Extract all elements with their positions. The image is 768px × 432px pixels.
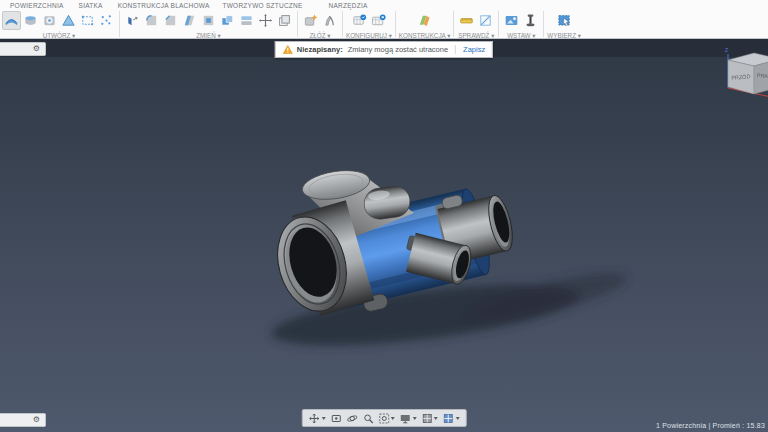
section-analysis-button[interactable] xyxy=(476,11,495,30)
look-at-icon xyxy=(330,413,341,424)
unsaved-warning-bar: Niezapisany: Zmiany mogą zostać utracone… xyxy=(275,41,493,58)
cad-application-window: POWIERZCHNIA SIATKA KONSTRUKCJA BLACHOWA… xyxy=(0,0,768,432)
mesh-triangle-button[interactable] xyxy=(59,11,78,30)
group-label-konfiguruj[interactable]: KONFIGURUJ ▾ xyxy=(346,32,392,39)
tab-powierzchnia[interactable]: POWIERZCHNIA xyxy=(10,2,64,9)
tab-narzedzia[interactable]: NARZĘDZIA xyxy=(329,2,368,9)
group-label-wstaw[interactable]: WSTAW ▾ xyxy=(507,32,535,39)
offset-face-button[interactable] xyxy=(199,11,218,30)
warning-divider xyxy=(455,45,456,54)
press-pull-icon xyxy=(125,13,140,28)
surface-revolve-icon xyxy=(42,13,57,28)
display-settings-icon xyxy=(400,413,411,424)
timeline-panel-toggle[interactable]: ⚙ xyxy=(0,413,46,427)
pan-button[interactable] xyxy=(307,411,328,425)
configure-button[interactable] xyxy=(350,11,369,30)
draft-icon xyxy=(182,13,197,28)
viewports-button[interactable] xyxy=(441,411,462,425)
pattern-icon xyxy=(277,13,292,28)
mesh-points-icon xyxy=(99,13,114,28)
group-label-utworz[interactable]: UTWÓRZ ▾ xyxy=(43,32,76,39)
zoom-icon xyxy=(362,413,373,424)
fillet-button[interactable] xyxy=(142,11,161,30)
surface-revolve-button[interactable] xyxy=(40,11,59,30)
fillet-icon xyxy=(144,13,159,28)
tab-konstrukcja-blachowa[interactable]: KONSTRUKCJA BLACHOWA xyxy=(118,2,210,9)
grid-snaps-icon xyxy=(421,413,432,424)
insert-image-button[interactable] xyxy=(502,11,521,30)
draft-button[interactable] xyxy=(180,11,199,30)
fit-button[interactable] xyxy=(376,411,397,425)
chevron-down-icon xyxy=(321,417,325,420)
viewport-3d[interactable]: ⚙ Niezapisany: Zmiany mogą zostać utraco… xyxy=(0,38,768,432)
grid-snaps-button[interactable] xyxy=(419,411,440,425)
mesh-triangle-icon xyxy=(61,13,76,28)
ribbon-divider xyxy=(498,11,499,37)
construction-plane-button[interactable] xyxy=(415,11,434,30)
ribbon-tab-row: POWIERZCHNIA SIATKA KONSTRUKCJA BLACHOWA… xyxy=(0,0,768,10)
pattern-button[interactable] xyxy=(275,11,294,30)
ribbon-group-sprawdz: SPRAWDŹ ▾ xyxy=(457,10,495,39)
select-button[interactable] xyxy=(555,11,574,30)
viewcube[interactable]: Z X PRZÓD PRAWO xyxy=(724,46,768,110)
chamfer-button[interactable] xyxy=(161,11,180,30)
ribbon-group-konfiguruj: KONFIGURUJ ▾ xyxy=(346,10,392,39)
model-pipe-fitting[interactable] xyxy=(0,38,768,432)
construction-plane-icon xyxy=(417,13,432,28)
measure-icon xyxy=(459,13,474,28)
chevron-down-icon xyxy=(391,417,395,420)
mesh-points-button[interactable] xyxy=(97,11,116,30)
tab-siatka[interactable]: SIATKA xyxy=(79,2,103,9)
warning-icon xyxy=(283,45,293,54)
group-label-wybierz[interactable]: WYBIERZ ▾ xyxy=(547,32,581,39)
pan-icon xyxy=(309,413,320,424)
ribbon-divider xyxy=(453,11,454,37)
surface-patch-icon xyxy=(4,13,19,28)
new-component-icon xyxy=(303,13,318,28)
decal-button[interactable] xyxy=(521,11,540,30)
chevron-down-icon xyxy=(412,417,416,420)
viewcube-z-label: Z xyxy=(725,47,728,53)
ribbon-group-wstaw: WSTAW ▾ xyxy=(502,10,540,39)
zoom-button[interactable] xyxy=(360,411,375,425)
combine-button[interactable] xyxy=(218,11,237,30)
orbit-button[interactable] xyxy=(344,411,359,425)
group-label-konstrukcja[interactable]: KONSTRUKCJA ▾ xyxy=(399,32,450,39)
viewcube-cube[interactable]: PRZÓD PRAWO xyxy=(728,53,768,94)
measure-button[interactable] xyxy=(457,11,476,30)
configuration-table-icon xyxy=(371,13,386,28)
navigation-bar xyxy=(302,409,467,427)
ribbon-toolbar: POWIERZCHNIA SIATKA KONSTRUKCJA BLACHOWA… xyxy=(0,0,768,39)
group-label-zloz[interactable]: ZŁÓŻ ▾ xyxy=(309,32,330,39)
joint-button[interactable] xyxy=(320,11,339,30)
select-icon xyxy=(557,13,572,28)
configure-icon xyxy=(352,13,367,28)
new-component-button[interactable] xyxy=(301,11,320,30)
group-label-zmien[interactable]: ZMIEŃ ▾ xyxy=(196,32,221,39)
gear-icon: ⚙ xyxy=(33,45,40,53)
group-label-sprawdz[interactable]: SPRAWDŹ ▾ xyxy=(458,32,494,39)
ribbon-icon-row: UTWÓRZ ▾ ZMIEŃ ▾ xyxy=(0,10,768,39)
ribbon-group-utworz: UTWÓRZ ▾ xyxy=(2,10,116,39)
configuration-table-button[interactable] xyxy=(369,11,388,30)
split-body-button[interactable] xyxy=(237,11,256,30)
display-settings-button[interactable] xyxy=(398,411,419,425)
press-pull-button[interactable] xyxy=(123,11,142,30)
joint-icon xyxy=(322,13,337,28)
offset-face-icon xyxy=(201,13,216,28)
ribbon-group-konstrukcja: KONSTRUKCJA ▾ xyxy=(399,10,450,39)
save-link[interactable]: Zapisz xyxy=(463,45,485,54)
look-at-button[interactable] xyxy=(328,411,343,425)
selection-status: 1 Powierzchnia | Promień : 15.83 xyxy=(656,422,765,429)
move-button[interactable] xyxy=(256,11,275,30)
surface-patch-button[interactable] xyxy=(2,11,21,30)
mesh-region-button[interactable] xyxy=(78,11,97,30)
tab-tworzywo-sztuczne[interactable]: TWORZYWO SZTUCZNE xyxy=(223,2,303,9)
section-analysis-icon xyxy=(478,13,493,28)
ribbon-divider xyxy=(119,11,120,37)
ribbon-divider xyxy=(395,11,396,37)
browser-panel-toggle[interactable]: ⚙ xyxy=(0,42,46,56)
ribbon-group-wybierz: WYBIERZ ▾ xyxy=(547,10,581,39)
surface-extrude-button[interactable] xyxy=(21,11,40,30)
ribbon-divider xyxy=(342,11,343,37)
